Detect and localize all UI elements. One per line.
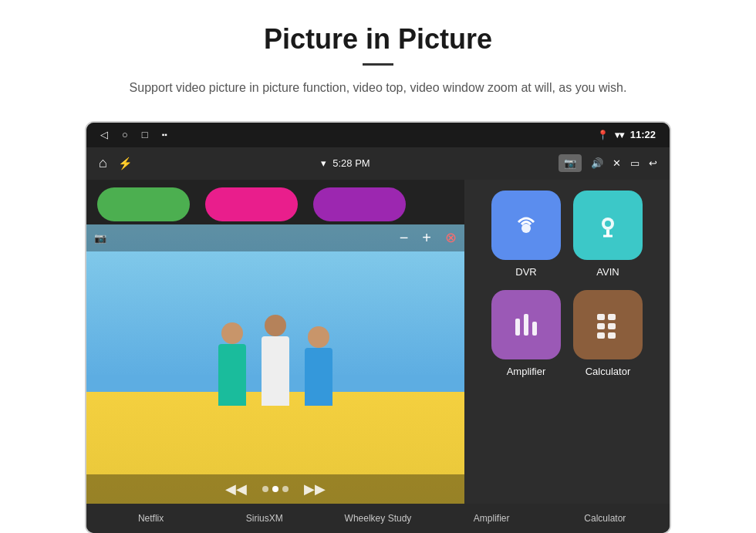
volume-icon[interactable]: 🔊: [591, 157, 603, 169]
progress-dots: [262, 486, 289, 492]
person-1: [218, 322, 246, 406]
avin-icon-box: [573, 191, 643, 260]
bottom-label-siriusxm: SiriusXM: [230, 513, 299, 524]
device-mockup: ◁ ○ □ ▪▪ 📍 ▾▾ 11:22 ⌂ ⚡ ▾ 5:28 PM 📷 🔊 ✕ …: [85, 121, 671, 533]
app-grid-row-1: DVR AVIN: [477, 191, 657, 278]
app-toolbar: ⌂ ⚡ ▾ 5:28 PM 📷 🔊 ✕ ▭ ↩: [86, 147, 670, 180]
wifi-icon: ▾▾: [615, 130, 624, 140]
pip-plus-btn[interactable]: +: [422, 229, 431, 247]
close-icon[interactable]: ✕: [613, 157, 621, 169]
bottom-label-wheelkey: Wheelkey Study: [343, 513, 413, 524]
recents-icon[interactable]: □: [142, 129, 148, 140]
svg-rect-12: [597, 332, 605, 339]
person-3: [305, 326, 332, 406]
app-grid-row-2: Amplifier Calculator: [477, 290, 657, 377]
dot-3: [282, 486, 289, 492]
pip-window-icon[interactable]: ▭: [630, 157, 640, 169]
next-btn[interactable]: ▶▶: [304, 481, 326, 498]
svg-rect-8: [597, 314, 605, 320]
prev-btn[interactable]: ◀◀: [225, 481, 247, 498]
home-circle-icon[interactable]: ○: [122, 129, 128, 140]
pip-overlay: 📷 − + ⊗: [86, 224, 464, 251]
status-bar-right: 📍 ▾▾ 11:22: [597, 129, 656, 140]
bottom-label-amplifier: Amplifier: [457, 513, 526, 524]
head-1: [221, 322, 243, 344]
pip-close-btn[interactable]: ⊗: [445, 229, 457, 246]
app-item-amplifier[interactable]: Amplifier: [491, 290, 561, 377]
toolbar-left: ⌂ ⚡: [99, 155, 133, 171]
svg-rect-9: [608, 314, 616, 320]
app-item-avin[interactable]: AVIN: [573, 191, 643, 278]
svg-point-0: [521, 224, 531, 233]
svg-rect-6: [524, 314, 528, 336]
wifi-toolbar-icon: ▾: [321, 157, 326, 169]
status-bar-left: ◁ ○ □ ▪▪: [100, 129, 167, 140]
page-header: Picture in Picture Support video picture…: [0, 0, 756, 106]
calculator-icon: [589, 306, 626, 343]
home-icon[interactable]: ⌂: [99, 155, 107, 171]
dot-2: [272, 486, 278, 492]
pip-minus-btn[interactable]: −: [400, 229, 409, 247]
wheelkey-pill[interactable]: [313, 187, 406, 221]
head-3: [308, 326, 329, 348]
camera-icon[interactable]: 📷: [559, 154, 582, 172]
bottom-label-calculator: Calculator: [570, 513, 640, 524]
svg-point-4: [605, 221, 611, 227]
person-2: [262, 315, 289, 406]
body-1: [218, 344, 246, 406]
calculator-label: Calculator: [586, 366, 631, 377]
usb-icon[interactable]: ⚡: [118, 157, 133, 170]
pip-video: 📷 − + ⊗ ◀◀: [86, 224, 464, 504]
amplifier-icon: [508, 306, 545, 343]
svg-rect-10: [597, 323, 605, 329]
screenshot-icon[interactable]: ▪▪: [162, 130, 167, 139]
head-2: [265, 315, 286, 336]
svg-rect-7: [532, 322, 537, 336]
body-3: [305, 348, 332, 406]
toolbar-right: 📷 🔊 ✕ ▭ ↩: [559, 154, 657, 172]
people-group: [86, 315, 464, 406]
netflix-pill[interactable]: [97, 187, 190, 221]
amplifier-label: Amplifier: [507, 366, 546, 377]
app-item-dvr[interactable]: DVR: [491, 191, 561, 278]
location-icon: 📍: [597, 130, 609, 140]
dvr-label: DVR: [515, 266, 536, 278]
pip-controls: − + ⊗: [400, 229, 457, 247]
avin-icon: [589, 207, 626, 244]
bottom-label-netflix: Netflix: [116, 513, 186, 524]
app-content: 📷 − + ⊗ ◀◀: [86, 180, 670, 504]
title-divider: [363, 63, 393, 66]
app-icons-row: [86, 180, 464, 224]
amplifier-icon-box: [491, 290, 561, 359]
clock: 11:22: [630, 129, 656, 140]
status-bar: ◁ ○ □ ▪▪ 📍 ▾▾ 11:22: [86, 123, 670, 147]
svg-rect-13: [608, 332, 616, 339]
toolbar-center: ▾ 5:28 PM: [321, 157, 370, 169]
siriusxm-pill[interactable]: [205, 187, 298, 221]
toolbar-time: 5:28 PM: [332, 157, 370, 169]
pip-cam-icon: 📷: [94, 232, 106, 244]
left-panel: 📷 − + ⊗ ◀◀: [86, 180, 464, 504]
dot-1: [262, 486, 268, 492]
svg-rect-11: [608, 323, 616, 329]
app-item-calculator[interactable]: Calculator: [573, 290, 643, 377]
dvr-icon-box: [491, 191, 561, 260]
svg-rect-5: [515, 319, 520, 336]
body-2: [262, 336, 289, 406]
back-nav-icon[interactable]: ↩: [649, 157, 657, 169]
page-description: Support video picture in picture functio…: [108, 78, 648, 98]
pip-container: 📷 − + ⊗ ◀◀: [86, 224, 464, 504]
right-panel: DVR AVIN: [464, 180, 670, 504]
bottom-labels: Netflix SiriusXM Wheelkey Study Amplifie…: [86, 504, 670, 533]
video-controls: ◀◀ ▶▶: [86, 474, 464, 504]
dvr-icon: [508, 207, 545, 244]
avin-label: AVIN: [596, 266, 619, 278]
page-title: Picture in Picture: [46, 23, 710, 56]
back-icon[interactable]: ◁: [100, 129, 108, 140]
calculator-icon-box: [573, 290, 643, 359]
